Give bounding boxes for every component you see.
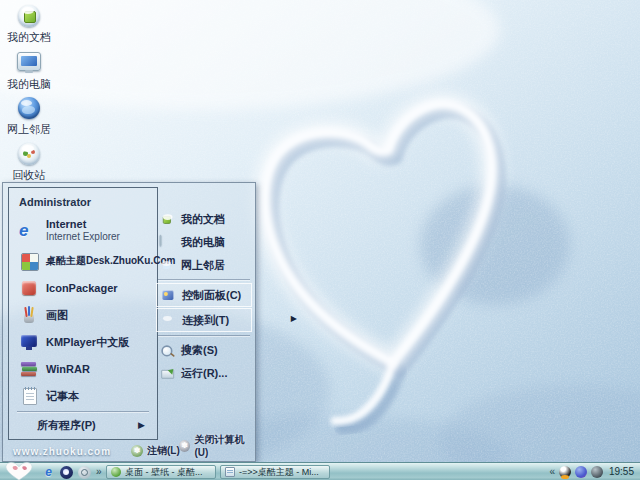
quick-launch-more-chevron[interactable]: » xyxy=(96,463,102,480)
chevron-right-icon: ▶ xyxy=(291,314,297,323)
desktop-icon-network-places[interactable]: 网上邻居 xyxy=(0,96,58,135)
task-button-label: -=>>桌酷主题 - Mi... xyxy=(239,466,319,479)
messenger-icon[interactable] xyxy=(575,466,587,478)
menu-item-label: Internet Internet Explorer xyxy=(46,218,120,243)
internet-explorer-icon: e xyxy=(19,221,39,241)
run-icon xyxy=(160,366,174,380)
internet-explorer-icon[interactable]: e xyxy=(42,466,55,479)
menu-item-label: 控制面板(C) xyxy=(182,288,241,303)
connect-to-icon xyxy=(161,313,175,327)
recycle-bin-icon xyxy=(17,143,41,167)
menu-item-notepad[interactable]: 记事本 xyxy=(9,382,157,409)
menu-item-run[interactable]: 运行(R)... xyxy=(156,362,252,384)
all-programs-button[interactable]: 所有程序(P) ▶ xyxy=(9,414,157,439)
menu-item-label: IconPackager xyxy=(46,282,118,294)
menu-item-control-panel[interactable]: 控制面板(C) xyxy=(156,283,252,307)
menu-item-my-documents[interactable]: 我的文档 xyxy=(156,208,252,230)
taskbar: e » 桌面 - 壁纸 - 桌酷... -=>>桌酷主题 - Mi... « 1… xyxy=(0,462,640,480)
ie-page-icon xyxy=(225,467,235,477)
browser-icon[interactable] xyxy=(78,466,91,479)
menu-item-label: 我的文档 xyxy=(181,212,225,227)
menu-item-zhuoku-theme[interactable]: 桌酷主题Desk.ZhuoKu.Com xyxy=(9,248,157,275)
menu-item-label: 运行(R)... xyxy=(181,366,227,381)
menu-item-label: WinRAR xyxy=(46,363,90,375)
separator xyxy=(158,335,250,336)
menu-item-label: 网上邻居 xyxy=(181,258,225,273)
task-button-label: 桌面 - 壁纸 - 桌酷... xyxy=(125,466,203,479)
desktop-icon-label: 网上邻居 xyxy=(0,123,58,135)
desktop-icon-label: 我的文档 xyxy=(0,31,58,43)
menu-item-internet[interactable]: e Internet Internet Explorer xyxy=(9,214,157,248)
paint-icon xyxy=(19,305,39,325)
desktop-icon-my-documents[interactable]: 我的文档 xyxy=(0,4,58,43)
shut-down-icon: ✽ xyxy=(179,440,190,452)
volume-icon[interactable] xyxy=(591,466,603,478)
menu-item-label: KMPlayer中文版 xyxy=(46,336,129,348)
kmplayer-icon xyxy=(19,332,39,352)
user-name: Administrator xyxy=(9,188,157,214)
separator xyxy=(17,411,149,412)
menu-item-connect-to[interactable]: 连接到(T) ▶ xyxy=(156,308,252,332)
heart-start-icon xyxy=(2,460,36,480)
menu-item-paint[interactable]: 画图 xyxy=(9,302,157,329)
search-icon xyxy=(160,343,174,357)
my-documents-icon xyxy=(160,212,174,226)
control-panel-icon xyxy=(161,288,175,302)
menu-item-label: 记事本 xyxy=(46,390,79,402)
quick-launch-bar: e » xyxy=(42,463,102,480)
menu-item-label: 我的电脑 xyxy=(181,235,225,250)
task-button-wallpaper[interactable]: 桌面 - 壁纸 - 桌酷... xyxy=(106,465,216,479)
chevron-right-icon: ▶ xyxy=(138,420,145,430)
menu-item-label: 画图 xyxy=(46,309,68,321)
green-sphere-icon xyxy=(111,467,121,477)
my-computer-icon xyxy=(17,52,41,76)
my-documents-icon xyxy=(17,5,41,29)
shut-down-label: 关闭计算机(U) xyxy=(194,433,255,458)
tray-collapse-chevron[interactable]: « xyxy=(549,463,555,480)
shut-down-button[interactable]: ✽ 关闭计算机(U) xyxy=(179,433,255,458)
menu-item-winrar[interactable]: WinRAR xyxy=(9,355,157,382)
menu-item-iconpackager[interactable]: IconPackager xyxy=(9,275,157,302)
all-programs-label: 所有程序(P) xyxy=(37,418,96,433)
media-player-icon[interactable] xyxy=(60,466,73,479)
desktop-icon-label: 回收站 xyxy=(0,169,58,181)
log-off-button[interactable]: ✽ 注销(L) xyxy=(131,444,180,458)
menu-item-label: 连接到(T) xyxy=(182,313,229,328)
start-menu-footer: www.zhuoku.com ✽ 注销(L) ✽ 关闭计算机(U) xyxy=(3,439,255,461)
desktop-icon-my-computer[interactable]: 我的电脑 xyxy=(0,50,58,90)
winrar-icon xyxy=(19,359,39,379)
start-menu-right-pane: 我的文档 我的电脑 网上邻居 控制面板(C) 连接到(T) ▶ 搜索(S) 运行… xyxy=(156,207,252,437)
network-places-icon xyxy=(17,97,41,121)
desktop-icon-label: 我的电脑 xyxy=(0,78,58,90)
menu-item-kmplayer[interactable]: KMPlayer中文版 xyxy=(9,328,157,355)
qq-icon[interactable] xyxy=(559,466,571,478)
start-button[interactable] xyxy=(2,460,36,480)
zhuoku-watermark: www.zhuoku.com xyxy=(13,446,111,457)
separator xyxy=(158,279,250,280)
taskbar-clock[interactable]: 19:55 xyxy=(607,463,638,480)
system-tray: « 19:55 xyxy=(549,463,638,480)
iconpackager-icon xyxy=(19,278,39,298)
start-menu-left-pane: Administrator e Internet Internet Explor… xyxy=(8,187,158,440)
zhuoku-theme-icon xyxy=(19,251,39,271)
menu-item-network-places[interactable]: 网上邻居 xyxy=(156,254,252,276)
menu-item-label: 搜索(S) xyxy=(181,343,218,358)
task-button-zhuoku-theme[interactable]: -=>>桌酷主题 - Mi... xyxy=(220,465,330,479)
log-off-label: 注销(L) xyxy=(147,444,180,458)
desktop-icon-recycle-bin[interactable]: 回收站 xyxy=(0,142,58,181)
notepad-icon xyxy=(19,386,39,406)
network-places-icon xyxy=(160,258,174,272)
log-off-icon: ✽ xyxy=(131,445,143,457)
start-menu: Administrator e Internet Internet Explor… xyxy=(2,182,256,462)
menu-item-my-computer[interactable]: 我的电脑 xyxy=(156,231,252,253)
menu-item-search[interactable]: 搜索(S) xyxy=(156,339,252,361)
my-computer-icon xyxy=(160,235,174,249)
